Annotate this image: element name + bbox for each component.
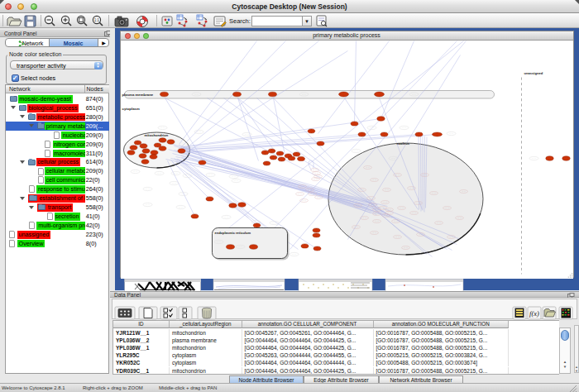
svg-text:(....): (....) <box>356 204 359 206</box>
svg-text:(....): (....) <box>245 133 248 135</box>
svg-text:(....): (....) <box>300 185 304 187</box>
svg-text:(....): (....) <box>174 172 177 174</box>
svg-text:(....): (....) <box>298 193 301 194</box>
svg-text:plasma membrane: plasma membrane <box>122 92 153 96</box>
svg-text:(....): (....) <box>372 179 376 180</box>
svg-text:(....): (....) <box>375 220 378 222</box>
svg-text:(....): (....) <box>409 187 413 189</box>
svg-text:(....): (....) <box>532 157 535 159</box>
svg-text:(....): (....) <box>387 212 390 213</box>
svg-text:(....): (....) <box>354 226 357 227</box>
svg-text:f(x): f(x) <box>529 309 539 318</box>
svg-text:(....): (....) <box>185 174 189 176</box>
svg-text:(....): (....) <box>384 214 387 216</box>
svg-text:(....): (....) <box>394 220 397 222</box>
svg-text:(....): (....) <box>232 175 235 177</box>
svg-text:mitochondrion: mitochondrion <box>144 132 168 136</box>
svg-text:(....): (....) <box>372 232 376 233</box>
svg-text:(....): (....) <box>272 222 275 223</box>
svg-text:(....): (....) <box>314 172 318 174</box>
svg-text:(....): (....) <box>224 216 227 218</box>
svg-text:(....): (....) <box>208 174 212 175</box>
svg-text:1:1: 1:1 <box>94 18 100 22</box>
svg-text:(....): (....) <box>371 203 374 205</box>
svg-text:(....): (....) <box>385 189 388 190</box>
svg-text:unassigned: unassigned <box>524 70 543 74</box>
svg-text:(....): (....) <box>375 208 378 210</box>
svg-text:(....): (....) <box>462 190 465 192</box>
svg-text:(....): (....) <box>310 193 313 194</box>
svg-text:(....): (....) <box>366 166 369 168</box>
svg-text:(....): (....) <box>194 93 198 94</box>
svg-text:(....): (....) <box>197 131 200 132</box>
svg-text:(....): (....) <box>157 172 160 174</box>
svg-text:(....): (....) <box>369 197 372 198</box>
svg-text:(....): (....) <box>160 127 164 128</box>
svg-text:(....): (....) <box>445 207 448 208</box>
svg-text:(....): (....) <box>375 213 378 214</box>
svg-text:(....): (....) <box>404 246 407 248</box>
svg-text:(....): (....) <box>380 207 384 208</box>
svg-text:(....): (....) <box>146 203 149 205</box>
svg-text:(....): (....) <box>402 127 405 128</box>
svg-text:(....): (....) <box>391 157 395 159</box>
svg-text:(....): (....) <box>302 199 305 201</box>
svg-text:(....): (....) <box>172 182 175 184</box>
svg-text:(....): (....) <box>302 93 305 94</box>
svg-text:(....): (....) <box>449 132 452 134</box>
svg-text:(....): (....) <box>437 222 440 223</box>
svg-text:(....): (....) <box>317 196 320 198</box>
svg-text:(....): (....) <box>370 127 373 128</box>
svg-text:(....): (....) <box>360 189 363 190</box>
svg-text:(....): (....) <box>362 217 366 218</box>
svg-text:(....): (....) <box>400 207 403 208</box>
svg-text:(....): (....) <box>412 212 415 213</box>
svg-text:endoplasmic reticulum: endoplasmic reticulum <box>214 230 251 234</box>
svg-text:(....): (....) <box>387 208 390 210</box>
svg-text:(....): (....) <box>308 189 311 190</box>
svg-text:(....): (....) <box>412 93 415 94</box>
svg-text:(....): (....) <box>457 217 461 218</box>
svg-text:(....): (....) <box>316 175 319 177</box>
svg-text:(....): (....) <box>146 188 149 189</box>
svg-text:(....): (....) <box>133 170 136 172</box>
svg-text:(....): (....) <box>181 193 184 194</box>
svg-text:nucleus: nucleus <box>396 141 409 145</box>
svg-text:cytoplasm: cytoplasm <box>122 106 139 110</box>
svg-text:(....): (....) <box>423 174 426 175</box>
svg-text:(....): (....) <box>395 236 399 237</box>
svg-text:(....): (....) <box>383 201 386 203</box>
svg-text:(....): (....) <box>419 233 422 235</box>
svg-text:(....): (....) <box>313 169 316 170</box>
svg-text:(....): (....) <box>354 150 357 151</box>
svg-text:(....): (....) <box>313 178 317 179</box>
svg-text:(....): (....) <box>292 253 295 255</box>
svg-text:(....): (....) <box>432 192 435 194</box>
svg-text:(....): (....) <box>395 174 399 175</box>
svg-text:(....): (....) <box>238 246 242 247</box>
svg-text:(....): (....) <box>179 206 182 208</box>
svg-text:(....): (....) <box>449 236 452 237</box>
svg-text:(....): (....) <box>254 221 257 222</box>
svg-text:(....): (....) <box>217 241 220 242</box>
svg-text:(....): (....) <box>234 179 237 181</box>
svg-text:(....): (....) <box>416 202 419 203</box>
